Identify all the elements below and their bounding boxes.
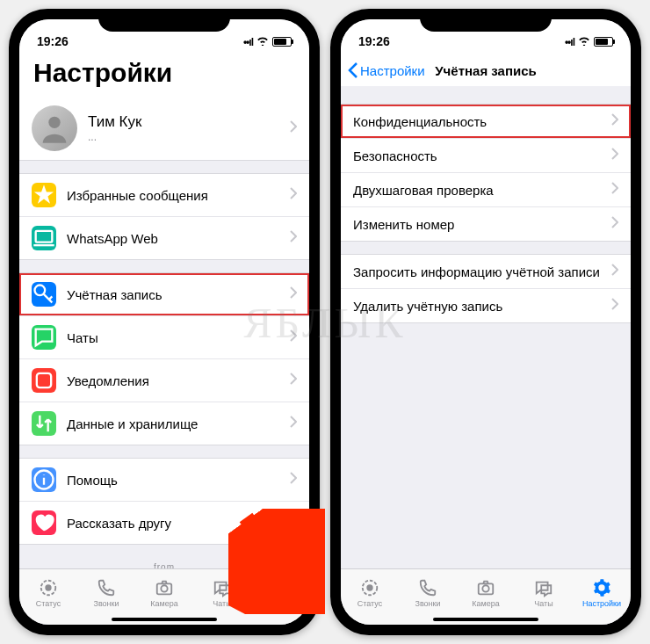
chevron-icon <box>290 120 297 136</box>
group-request: Запросить информацию учётной записиУдали… <box>341 254 631 323</box>
status-right <box>565 34 613 48</box>
back-button[interactable]: Настройки <box>348 62 425 78</box>
content-right[interactable]: КонфиденциальностьБезопасностьДвухшагова… <box>341 86 631 568</box>
profile-sub: ... <box>88 131 290 143</box>
chevron-icon <box>290 472 297 488</box>
tab-gear[interactable]: Настройки <box>251 569 309 616</box>
tab-chats[interactable]: Чаты <box>515 569 573 616</box>
list-item[interactable]: Изменить номер <box>341 206 631 241</box>
tab-label: Звонки <box>415 599 440 608</box>
tab-phone[interactable]: Звонки <box>77 569 135 616</box>
bell-icon <box>32 368 56 393</box>
tab-label: Статус <box>358 599 382 608</box>
laptop-icon <box>32 226 56 250</box>
battery-icon <box>272 37 292 47</box>
wifi-icon <box>256 37 269 46</box>
list-item[interactable]: Запросить информацию учётной записи <box>341 255 631 288</box>
chevron-icon <box>611 298 618 314</box>
tab-phone[interactable]: Звонки <box>399 569 457 616</box>
footer-branding: from FACEBOOK <box>19 545 309 568</box>
row-label: Конфиденциальность <box>353 114 611 129</box>
page-title: Настройки <box>19 54 309 97</box>
list-item[interactable]: Помощь <box>19 459 309 501</box>
chevron-icon <box>290 187 297 203</box>
row-label: WhatsApp Web <box>67 231 290 246</box>
list-item[interactable]: Рассказать другу <box>19 501 309 544</box>
list-item[interactable]: Безопасность <box>341 138 631 172</box>
tab-bar: СтатусЗвонкиКамераЧатыНастройки <box>341 568 631 625</box>
profile-row[interactable]: Тим Кук ... <box>19 97 309 160</box>
tab-chats[interactable]: Чаты <box>193 569 251 616</box>
group-help: ПомощьРассказать другу <box>19 458 309 545</box>
status-time: 19:26 <box>37 34 69 48</box>
arrows-icon <box>32 411 56 436</box>
chevron-icon <box>290 416 297 431</box>
row-label: Уведомления <box>67 373 290 388</box>
list-item[interactable]: Данные и хранилище <box>19 402 309 445</box>
phone-left: 19:26 Настройки Тим Кук ... <box>9 9 320 635</box>
row-label: Изменить номер <box>353 217 611 232</box>
heart-icon <box>32 510 56 535</box>
tab-label: Чаты <box>534 599 552 608</box>
list-item[interactable]: Учётная запись <box>19 273 309 315</box>
list-item[interactable]: WhatsApp Web <box>19 216 309 259</box>
row-label: Удалить учётную запись <box>353 299 611 314</box>
list-item[interactable]: Конфиденциальность <box>341 105 631 138</box>
svg-point-6 <box>46 585 51 590</box>
chevron-icon <box>611 113 618 129</box>
notch <box>420 9 552 32</box>
list-item[interactable]: Уведомления <box>19 358 309 402</box>
screen-right: 19:26 Настройки Учётная запись Конфиденц… <box>341 19 631 625</box>
list-item[interactable]: Удалить учётную запись <box>341 288 631 322</box>
tab-camera[interactable]: Камера <box>135 569 193 616</box>
chevron-icon <box>290 515 297 531</box>
tab-label: Звонки <box>93 599 119 608</box>
key-icon <box>32 282 56 307</box>
svg-point-0 <box>48 117 60 128</box>
avatar <box>32 105 77 151</box>
tab-label: Камера <box>150 599 177 608</box>
nav-bar: Настройки Учётная запись <box>341 54 631 86</box>
chevron-icon <box>290 329 297 345</box>
group-privacy: КонфиденциальностьБезопасностьДвухшагова… <box>341 104 631 242</box>
row-label: Избранные сообщения <box>67 188 290 203</box>
tab-label: Настройки <box>582 599 621 608</box>
row-label: Рассказать другу <box>67 516 290 531</box>
svg-rect-1 <box>36 231 53 242</box>
chevron-icon <box>611 264 618 279</box>
chevron-icon <box>611 182 618 198</box>
content-left[interactable]: Тим Кук ... Избранные сообщенияWhatsApp … <box>19 97 309 568</box>
chevron-icon <box>290 286 297 302</box>
signal-icon <box>565 34 574 48</box>
svg-point-8 <box>161 585 167 591</box>
tab-status[interactable]: Статус <box>341 569 399 616</box>
row-label: Чаты <box>67 330 290 345</box>
list-item[interactable]: Чаты <box>19 315 309 358</box>
footer-from: from <box>19 562 309 568</box>
tab-bar: СтатусЗвонкиКамераЧатыНастройки <box>19 568 309 625</box>
home-indicator <box>433 618 538 621</box>
tab-camera[interactable]: Камера <box>457 569 515 616</box>
tab-gear[interactable]: Настройки <box>573 569 631 616</box>
row-label: Помощь <box>67 473 290 488</box>
nav-title: Учётная запись <box>435 63 537 78</box>
list-item[interactable]: Избранные сообщения <box>19 174 309 216</box>
row-label: Безопасность <box>353 148 611 163</box>
tab-label: Настройки <box>261 599 300 608</box>
group-starred: Избранные сообщенияWhatsApp Web <box>19 173 309 260</box>
chevron-icon <box>611 216 618 232</box>
tab-status[interactable]: Статус <box>19 569 77 616</box>
row-label: Учётная запись <box>67 287 290 302</box>
tab-label: Чаты <box>213 599 231 608</box>
back-label: Настройки <box>360 63 425 78</box>
row-label: Данные и хранилище <box>67 416 290 431</box>
chat-icon <box>32 325 56 350</box>
chevron-icon <box>290 373 297 388</box>
status-right <box>243 34 292 48</box>
row-label: Двухшаговая проверка <box>353 183 611 198</box>
svg-point-12 <box>482 585 488 591</box>
status-time: 19:26 <box>358 34 390 48</box>
info-icon <box>32 467 56 492</box>
list-item[interactable]: Двухшаговая проверка <box>341 172 631 206</box>
phone-right: 19:26 Настройки Учётная запись Конфиденц… <box>330 9 641 635</box>
